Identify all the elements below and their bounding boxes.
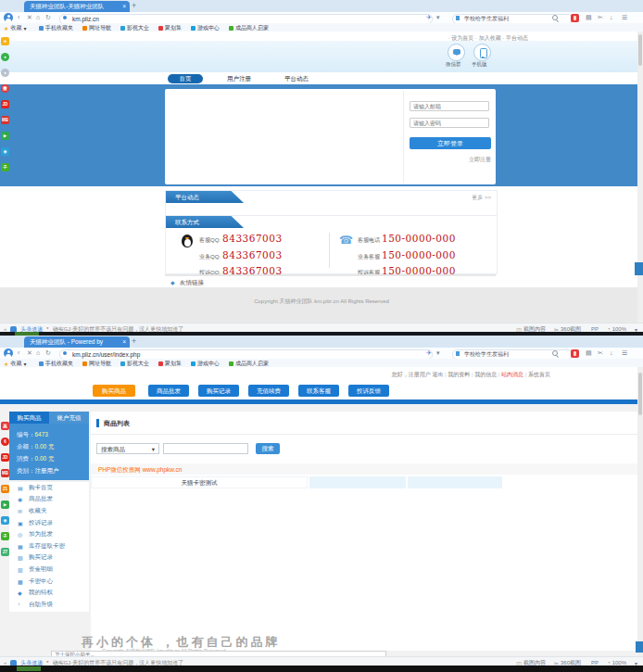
goods-search-button[interactable]: 搜索 — [256, 443, 280, 454]
goods-search-input[interactable] — [163, 443, 248, 454]
screenshot-scissors-icon[interactable]: ✂ — [598, 14, 603, 21]
menu-item[interactable]: ◉商品批发 — [9, 494, 89, 506]
menu-icon[interactable]: ☰ — [622, 349, 627, 357]
search-icon[interactable] — [552, 15, 558, 20]
redpacket-icon[interactable] — [571, 349, 579, 358]
tab-close-icon[interactable]: × — [122, 1, 126, 12]
menu-item[interactable]: ▧购买记录 — [9, 552, 89, 564]
caret-down-icon[interactable]: ▾ — [436, 349, 440, 357]
rail-icon-app2[interactable]: 子 — [1, 532, 9, 540]
menu-item[interactable]: ↑自助升级 — [9, 599, 89, 611]
status-item[interactable]: ◫截图内容 — [516, 659, 546, 666]
status-item[interactable]: ✂360截图 — [554, 325, 581, 333]
nav-tab-register[interactable]: 用户注册 — [227, 75, 251, 83]
stop-icon[interactable]: ✕ — [27, 14, 32, 21]
menu-item[interactable]: ▤购卡首页 — [9, 482, 89, 494]
menu-item[interactable]: ▩卡密中心 — [9, 576, 89, 588]
menu-item[interactable]: ▣投诉记录 — [9, 517, 89, 529]
email-field[interactable] — [410, 101, 489, 111]
rail-icon-app[interactable]: ● — [1, 69, 9, 77]
rail-icon-video[interactable]: ▶ — [1, 132, 9, 140]
my-profile-link[interactable]: 我的资料 — [448, 372, 470, 377]
rail-icon-six[interactable]: 6 — [1, 437, 9, 446]
scrollbar-thumb[interactable] — [638, 373, 642, 415]
menu-item[interactable]: ▦库存提取卡密 — [9, 540, 89, 552]
send-icon[interactable]: ✈ — [426, 349, 432, 357]
scrollbar-thumb[interactable] — [638, 34, 642, 66]
ticker-label[interactable]: 头条速递 — [20, 659, 43, 666]
apps-grid-icon[interactable]: ▤ — [586, 349, 592, 357]
menu-item[interactable]: ◆我的特权 — [9, 587, 89, 599]
download-icon[interactable]: ↓ — [610, 14, 613, 20]
rail-icon-21[interactable]: 21 — [1, 485, 9, 493]
address-bar[interactable]: km.pliz.cn/user/index.php — [59, 349, 433, 360]
contact-service-button[interactable]: 联系客服 — [298, 385, 339, 397]
system-home-link[interactable]: 系统首页 — [528, 372, 550, 377]
screenshot-scissors-icon[interactable]: ✂ — [598, 349, 603, 357]
send-icon[interactable]: ✈ — [426, 14, 432, 21]
menu-icon[interactable]: ☰ — [622, 14, 627, 21]
rail-icon-jd[interactable]: JD — [1, 100, 9, 108]
buy-goods-button[interactable]: 购买商品 — [93, 385, 135, 397]
new-tab-button[interactable]: + — [132, 336, 136, 346]
notice-link[interactable]: PHP微信投票网 www.phpkw.cn — [98, 466, 182, 475]
rail-icon-jd[interactable]: JD — [1, 453, 9, 462]
recharge-button[interactable]: 充值续费 — [248, 385, 289, 397]
home-icon[interactable]: ⌂ — [36, 14, 40, 20]
logout-link[interactable]: 退出 — [432, 372, 443, 377]
rail-icon-video[interactable]: ▶ — [1, 501, 9, 509]
sidebar-tab-recharge[interactable]: 账户充值 — [49, 412, 89, 424]
menu-item[interactable]: ✉收藏夹 — [9, 505, 89, 517]
home-icon[interactable]: ⌂ — [36, 349, 40, 356]
rail-icon-history[interactable]: ● — [1, 53, 9, 61]
rail-icon-app2[interactable]: 子 — [1, 163, 9, 171]
rail-icon-mb[interactable]: MB — [1, 116, 9, 124]
back-icon[interactable]: ‹ — [18, 349, 19, 356]
menu-item[interactable]: ◎加为批发 — [9, 528, 89, 540]
menu-item[interactable]: ▥资金明细 — [9, 564, 89, 576]
scrollbar-track[interactable] — [637, 32, 643, 323]
ticker-text[interactable]: 确实GJ·美好的世界不该只有问题，没人更快地知道了 — [53, 325, 184, 333]
back-icon[interactable]: ‹ — [18, 14, 19, 20]
rail-icon-weibo[interactable]: 微 — [1, 84, 9, 93]
ticker-label[interactable]: 头条速递 — [20, 325, 43, 333]
address-bar[interactable]: km.pliz.cn — [59, 14, 433, 24]
mobile-version-button[interactable] — [473, 44, 491, 61]
search-icon[interactable] — [552, 350, 558, 356]
nav-tab-news[interactable]: 平台动态 — [284, 75, 309, 83]
refresh-icon[interactable]: ↻ — [45, 349, 51, 357]
rail-icon-mb[interactable]: MB — [1, 469, 9, 477]
redpacket-icon[interactable] — [571, 14, 579, 22]
apps-grid-icon[interactable]: ▤ — [586, 14, 592, 21]
goods-name-cell[interactable]: 天猫卡密测试 — [91, 476, 308, 488]
browser-tab[interactable]: 天猫种业团队-天猫种业团队 × — [24, 1, 130, 12]
goods-table-row[interactable]: 天猫卡密测试 — [91, 476, 637, 488]
rail-icon-camera[interactable]: ◉ — [1, 516, 9, 525]
search-category-select[interactable]: 搜索商品▾ — [96, 443, 159, 454]
password-field[interactable] — [410, 118, 489, 128]
tab-close-icon[interactable]: × — [122, 336, 126, 348]
side-float-widget[interactable] — [636, 641, 643, 653]
my-info-link[interactable]: 我的信息 — [474, 372, 497, 377]
feedback-button[interactable]: 投诉反馈 — [348, 385, 389, 397]
more-link[interactable]: 更多 >> — [472, 194, 491, 202]
new-tab-button[interactable]: + — [132, 1, 136, 10]
browser-tab[interactable]: 天猫种业团队 - Powered by × — [24, 336, 130, 348]
login-button[interactable]: 立即登录 — [410, 137, 491, 149]
rail-icon-deal[interactable]: 惠 — [1, 422, 9, 430]
profile-avatar[interactable] — [4, 13, 13, 22]
register-link[interactable]: 立即注册 — [469, 156, 491, 164]
rail-icon-favorite[interactable]: ★ — [1, 37, 9, 45]
refresh-icon[interactable]: ↻ — [45, 14, 51, 21]
wholesale-button[interactable]: 商品批发 — [148, 385, 189, 397]
rail-icon-27[interactable]: 27 — [1, 548, 9, 556]
ticker-text[interactable]: 确实GJ·美好的世界不该只有问题，没人更快地知道了 — [53, 659, 184, 666]
profile-avatar[interactable] — [4, 349, 13, 358]
caret-down-icon[interactable]: ▾ — [436, 14, 440, 21]
sidebar-tab-buy[interactable]: 购买商品 — [9, 412, 49, 424]
messages-link[interactable]: 站内消息 — [501, 372, 523, 377]
rail-icon-camera[interactable]: ◉ — [1, 147, 9, 156]
stop-icon[interactable]: ✕ — [27, 349, 32, 357]
status-item[interactable]: ◫截图内容 — [516, 325, 546, 333]
wechat-group-button[interactable] — [448, 44, 465, 61]
